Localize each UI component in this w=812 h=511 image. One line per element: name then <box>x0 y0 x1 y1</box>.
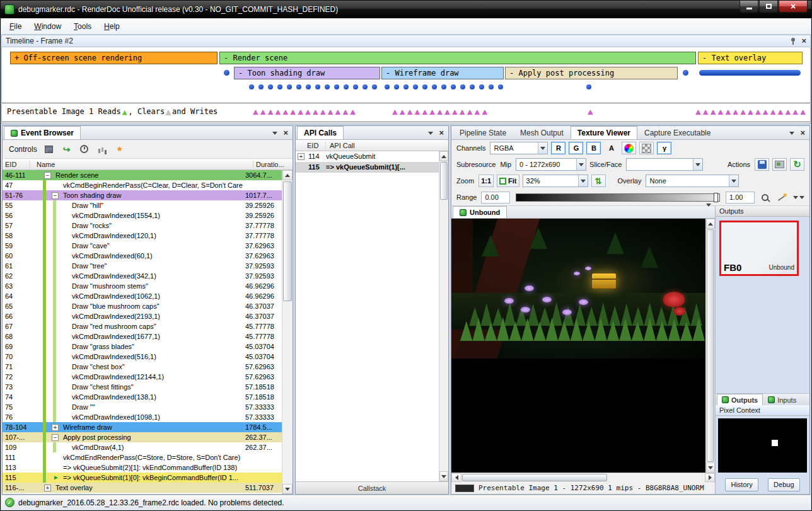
stats-button[interactable] <box>96 144 108 155</box>
event-row[interactable]: 51-76−Toon shading draw1017.7... <box>3 190 293 200</box>
event-row[interactable]: 74vkCmdDrawIndexed(138,1)57.18518 <box>3 392 293 402</box>
timeline-header[interactable]: Timeline - Frame #2 × <box>1 35 811 47</box>
checkerboard-button[interactable] <box>639 142 654 154</box>
draw-marker-dot[interactable] <box>315 84 320 89</box>
draw-marker-dot[interactable] <box>362 84 368 89</box>
event-row[interactable]: 115►=> vkQueueSubmit(1)[0]: vkBeginComma… <box>3 473 293 483</box>
api-calls-column-headers[interactable]: EID API Call <box>296 140 448 151</box>
dropdown-button[interactable] <box>576 159 586 170</box>
dropdown-button[interactable] <box>729 175 738 187</box>
refresh-button[interactable]: ↻ <box>790 158 804 171</box>
texture-view[interactable] <box>451 219 715 473</box>
event-row[interactable]: 76vkCmdDrawIndexed(1098,1)57.33333 <box>3 412 293 422</box>
draw-marker-dot[interactable] <box>451 84 456 89</box>
range-slider[interactable] <box>516 193 720 202</box>
scroll-up-button[interactable] <box>282 170 293 180</box>
texture-horizontal-scrollbar[interactable] <box>451 473 715 482</box>
draw-marker-dot[interactable] <box>683 70 688 76</box>
api-calls-scrollbar[interactable] <box>439 151 448 481</box>
export-texture-button[interactable] <box>772 158 787 171</box>
zoom-value-field[interactable] <box>526 177 576 185</box>
draw-marker-dot[interactable] <box>353 84 358 89</box>
event-row[interactable]: 55Draw "hill"39.25926 <box>3 200 293 210</box>
panel-close-icon[interactable]: × <box>283 129 288 137</box>
scroll-down-button[interactable] <box>282 484 293 494</box>
event-row[interactable]: 73Draw "chest fittings"57.18518 <box>3 382 293 392</box>
channel-a-button[interactable]: A <box>604 142 618 154</box>
scrollbar-thumb[interactable] <box>462 474 607 481</box>
draw-marker-dot[interactable] <box>489 84 494 89</box>
range-max-field[interactable]: 1.00 <box>726 192 755 204</box>
event-row[interactable]: 56vkCmdDrawIndexed(1554,1)39.25926 <box>3 210 293 221</box>
tab-capture-executable[interactable]: Capture Executable <box>637 126 717 139</box>
event-row[interactable]: 66vkCmdDrawIndexed(2193,1)46.37037 <box>3 311 293 321</box>
event-row[interactable]: 109vkCmdDraw(4,1)262.37... <box>3 442 293 452</box>
column-duration[interactable]: Duratio... <box>253 161 293 168</box>
dropdown-button[interactable] <box>538 142 547 154</box>
range-min-field[interactable]: 0.00 <box>481 192 510 204</box>
scroll-up-button[interactable] <box>706 219 715 229</box>
event-row[interactable]: 47vkCmdBeginRenderPass(C=Clear, D=Clear,… <box>3 180 293 190</box>
writes-marker-group[interactable]: ▲▲▲▲▲▲▲▲▲▲▲▲▲▲ <box>252 108 356 116</box>
event-row[interactable]: 57Draw "rocks"37.77778 <box>3 221 293 231</box>
event-row[interactable]: 111vkCmdEndRenderPass(C=Store, D=Store, … <box>3 452 293 462</box>
scroll-up-button[interactable] <box>439 151 448 161</box>
draw-marker-dot[interactable] <box>470 84 475 89</box>
menu-file[interactable]: File <box>4 20 27 33</box>
tab-outputs[interactable]: Outputs <box>717 394 763 405</box>
scrollbar-thumb[interactable] <box>440 162 448 200</box>
timeline-resource-usage[interactable]: Presentable Image 1 Reads ▲ , Clears ▲ a… <box>2 103 810 122</box>
scroll-right-button[interactable] <box>705 473 715 482</box>
channel-g-button[interactable]: G <box>569 142 583 154</box>
gamma-button[interactable]: γ <box>657 142 671 154</box>
expander-icon[interactable]: + <box>298 153 304 160</box>
writes-marker-group[interactable]: ▲▲▲▲▲▲▲▲▲▲▲▲▲▲▲ <box>694 108 806 116</box>
draw-marker-dot[interactable] <box>325 84 330 89</box>
channel-b-button[interactable]: B <box>586 142 601 154</box>
overflow-chevron-icon[interactable] <box>799 196 804 199</box>
draw-marker-dot[interactable] <box>224 70 229 76</box>
event-row[interactable]: 68vkCmdDrawIndexed(1677,1)45.77778 <box>3 331 293 342</box>
event-row[interactable]: 60vkCmdDrawIndexed(60,1)37.62963 <box>3 251 293 261</box>
timeline-close-icon[interactable]: × <box>801 37 806 45</box>
debug-button[interactable]: Debug <box>768 478 799 491</box>
panel-close-icon[interactable]: × <box>800 129 805 137</box>
callstack-section[interactable]: Callstack <box>296 481 448 494</box>
api-call-row[interactable]: 115=> vkQueueSubmit(1)[... <box>296 162 448 173</box>
draw-marker-dot[interactable] <box>268 84 273 89</box>
tab-pipeline-state[interactable]: Pipeline State <box>453 126 513 139</box>
draw-marker-dot[interactable] <box>372 84 377 89</box>
timeline-panel[interactable]: + Off-screen scene rendering- Render sce… <box>1 47 811 124</box>
timeline-section-bar[interactable]: - Render scene <box>219 52 696 64</box>
event-row[interactable]: 59Draw "cave"37.62963 <box>3 241 293 251</box>
timeline-section-bar[interactable]: - Wireframe draw <box>381 67 504 79</box>
menu-help[interactable]: Help <box>98 20 125 33</box>
event-row[interactable]: 113=> vkQueueSubmit(2)[1]: vkEndCommandB… <box>3 462 293 473</box>
time-durations-button[interactable] <box>79 144 90 155</box>
expander-icon[interactable]: + <box>52 424 59 431</box>
panel-menu-icon[interactable] <box>789 132 794 135</box>
draw-marker-dot[interactable] <box>441 84 446 89</box>
draw-marker-dot[interactable] <box>498 84 503 89</box>
draw-marker-dot[interactable] <box>413 84 418 89</box>
range-handle[interactable] <box>714 193 718 202</box>
panel-close-icon[interactable]: × <box>439 129 444 137</box>
event-row[interactable]: 63Draw "mushroom stems"46.96296 <box>3 281 293 291</box>
draw-marker-dot[interactable] <box>287 84 292 89</box>
flip-y-button[interactable]: ⇅ <box>591 175 606 187</box>
options-button[interactable]: * <box>114 144 125 155</box>
scroll-left-button[interactable] <box>451 473 461 482</box>
timeline-section-bar[interactable]: + Off-screen scene rendering <box>10 52 218 64</box>
pixel-context-view[interactable] <box>718 418 807 473</box>
writes-marker-group[interactable]: ▲▲▲▲▲▲▲▲▲▲▲▲▲ <box>391 108 488 116</box>
scrollbar-thumb[interactable] <box>707 229 714 462</box>
timeline-section-bar[interactable]: - Apply post processing <box>505 67 678 79</box>
panel-menu-icon[interactable] <box>272 132 277 135</box>
tab-event-browser[interactable]: Event Browser <box>4 126 81 139</box>
expander-icon[interactable]: + <box>44 485 51 491</box>
jump-to-eid-button[interactable]: ↪ <box>61 144 72 155</box>
event-row[interactable]: 46-111−Render scene3064.7... <box>3 170 293 180</box>
autofit-range-button[interactable] <box>775 191 790 204</box>
event-row[interactable]: 75Draw ""57.33333 <box>3 402 293 412</box>
expander-icon[interactable]: − <box>52 192 59 199</box>
